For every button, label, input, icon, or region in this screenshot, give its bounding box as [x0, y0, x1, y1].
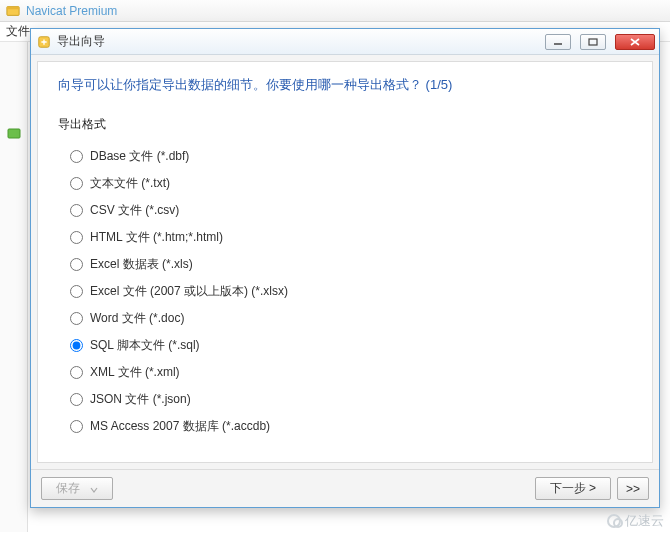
dialog-body: 向导可以让你指定导出数据的细节。你要使用哪一种导出格式？ (1/5) 导出格式 …: [37, 61, 653, 463]
dropdown-icon: [90, 482, 98, 496]
wizard-prompt: 向导可以让你指定导出数据的细节。你要使用哪一种导出格式？ (1/5): [58, 76, 632, 94]
format-radio[interactable]: [70, 339, 83, 352]
save-button-label: 保存: [56, 480, 80, 497]
format-option[interactable]: CSV 文件 (*.csv): [70, 197, 632, 224]
format-label: MS Access 2007 数据库 (*.accdb): [90, 418, 270, 435]
format-label: JSON 文件 (*.json): [90, 391, 191, 408]
last-step-button-label: >>: [626, 482, 640, 496]
format-radio[interactable]: [70, 420, 83, 433]
watermark-icon: [607, 514, 621, 528]
format-option[interactable]: Word 文件 (*.doc): [70, 305, 632, 332]
app-title: Navicat Premium: [26, 4, 117, 18]
app-titlebar: Navicat Premium: [0, 0, 670, 22]
last-step-button[interactable]: >>: [617, 477, 649, 500]
next-button-label: 下一步 >: [550, 480, 596, 497]
format-label: Word 文件 (*.doc): [90, 310, 184, 327]
format-radio[interactable]: [70, 177, 83, 190]
menu-file[interactable]: 文件: [6, 23, 30, 40]
svg-rect-2: [8, 129, 20, 138]
format-radio[interactable]: [70, 393, 83, 406]
export-wizard-dialog: 导出向导 向导可以让你指定导出数据的细节。你要使用哪一种导出格式？ (1/5) …: [30, 28, 660, 508]
format-label: Excel 数据表 (*.xls): [90, 256, 193, 273]
format-option[interactable]: HTML 文件 (*.htm;*.html): [70, 224, 632, 251]
save-button[interactable]: 保存: [41, 477, 113, 500]
format-radio[interactable]: [70, 150, 83, 163]
format-label: DBase 文件 (*.dbf): [90, 148, 189, 165]
format-radio[interactable]: [70, 258, 83, 271]
format-option[interactable]: DBase 文件 (*.dbf): [70, 143, 632, 170]
format-group-label: 导出格式: [58, 116, 632, 133]
format-option[interactable]: MS Access 2007 数据库 (*.accdb): [70, 413, 632, 440]
watermark-text: 亿速云: [625, 512, 664, 530]
dialog-title: 导出向导: [57, 33, 536, 50]
format-radio[interactable]: [70, 204, 83, 217]
app-icon: [6, 4, 20, 18]
format-radio[interactable]: [70, 366, 83, 379]
close-button[interactable]: [615, 34, 655, 50]
next-button[interactable]: 下一步 >: [535, 477, 611, 500]
format-label: SQL 脚本文件 (*.sql): [90, 337, 200, 354]
tree-node-icon: [7, 126, 21, 140]
format-label: Excel 文件 (2007 或以上版本) (*.xlsx): [90, 283, 288, 300]
format-option[interactable]: Excel 数据表 (*.xls): [70, 251, 632, 278]
format-label: HTML 文件 (*.htm;*.html): [90, 229, 223, 246]
watermark: 亿速云: [607, 512, 664, 530]
format-option[interactable]: JSON 文件 (*.json): [70, 386, 632, 413]
format-label: XML 文件 (*.xml): [90, 364, 180, 381]
minimize-button[interactable]: [545, 34, 571, 50]
format-option[interactable]: 文本文件 (*.txt): [70, 170, 632, 197]
dialog-icon: [37, 35, 51, 49]
format-radio[interactable]: [70, 285, 83, 298]
svg-rect-5: [589, 39, 597, 45]
format-list: DBase 文件 (*.dbf)文本文件 (*.txt)CSV 文件 (*.cs…: [58, 143, 632, 440]
format-option[interactable]: Excel 文件 (2007 或以上版本) (*.xlsx): [70, 278, 632, 305]
format-radio[interactable]: [70, 231, 83, 244]
dialog-footer: 保存 下一步 > >>: [31, 469, 659, 507]
format-option[interactable]: XML 文件 (*.xml): [70, 359, 632, 386]
format-label: 文本文件 (*.txt): [90, 175, 170, 192]
sidebar-fragment: [0, 42, 28, 532]
svg-rect-1: [7, 6, 19, 9]
dialog-titlebar[interactable]: 导出向导: [31, 29, 659, 55]
format-label: CSV 文件 (*.csv): [90, 202, 179, 219]
format-radio[interactable]: [70, 312, 83, 325]
maximize-button[interactable]: [580, 34, 606, 50]
format-option[interactable]: SQL 脚本文件 (*.sql): [70, 332, 632, 359]
